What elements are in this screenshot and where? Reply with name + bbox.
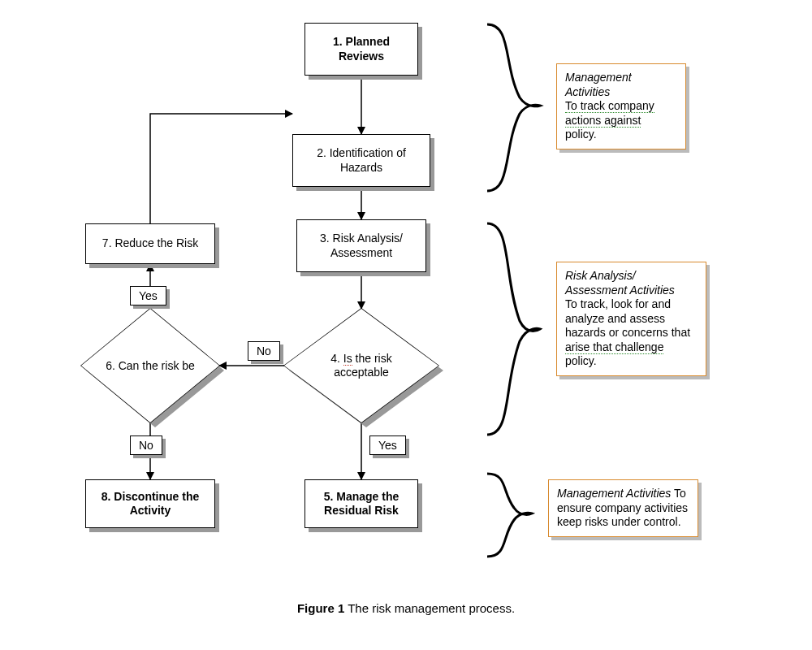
node-planned-reviews: 1. Planned Reviews [304, 23, 418, 76]
node-identification-hazards: 2. Identification of Hazards [292, 134, 430, 187]
node-manage-residual: 5. Manage the Residual Risk [304, 479, 418, 528]
note-management-activities-top: Management Activities To track company a… [556, 63, 686, 150]
label-no-6to8: No [130, 436, 162, 455]
note-title: Management Activities [557, 487, 671, 500]
figure-caption: Figure 1 The risk management process. [0, 601, 812, 615]
note-body: To track, look for and analyze and asses… [565, 297, 698, 369]
node-label: 8. Discontinue the Activity [91, 490, 209, 518]
note-risk-analysis-activities: Risk Analysis/ Assessment Activities To … [556, 262, 706, 376]
node-risk-analysis: 3. Risk Analysis/ Assessment [296, 219, 426, 272]
decision-can-risk-be: 6. Can the risk be [81, 309, 219, 422]
label-no-4to6: No [248, 341, 280, 361]
node-reduce-risk: 7. Reduce the Risk [85, 223, 215, 264]
label-yes-6to7: Yes [130, 286, 166, 306]
node-label: 1. Planned Reviews [310, 35, 412, 63]
decision-risk-acceptable: 4. Is the risk acceptable [284, 309, 438, 422]
node-label: 2. Identification of Hazards [298, 146, 425, 175]
label-yes-4to5: Yes [369, 436, 406, 455]
node-label: 4. Is the risk acceptable [307, 352, 416, 379]
node-label: 3. Risk Analysis/ Assessment [302, 232, 421, 260]
node-label: 6. Can the risk be [106, 359, 195, 373]
node-label: 7. Reduce the Risk [102, 236, 198, 251]
node-label: 5. Manage the Residual Risk [310, 490, 412, 518]
node-discontinue-activity: 8. Discontinue the Activity [85, 479, 215, 528]
note-body: To track company actions against policy. [565, 99, 677, 142]
note-title: Management Activities [565, 71, 677, 99]
note-title: Risk Analysis/ Assessment Activities [565, 269, 698, 297]
note-management-activities-bottom: Management Activities To ensure company … [548, 479, 698, 537]
